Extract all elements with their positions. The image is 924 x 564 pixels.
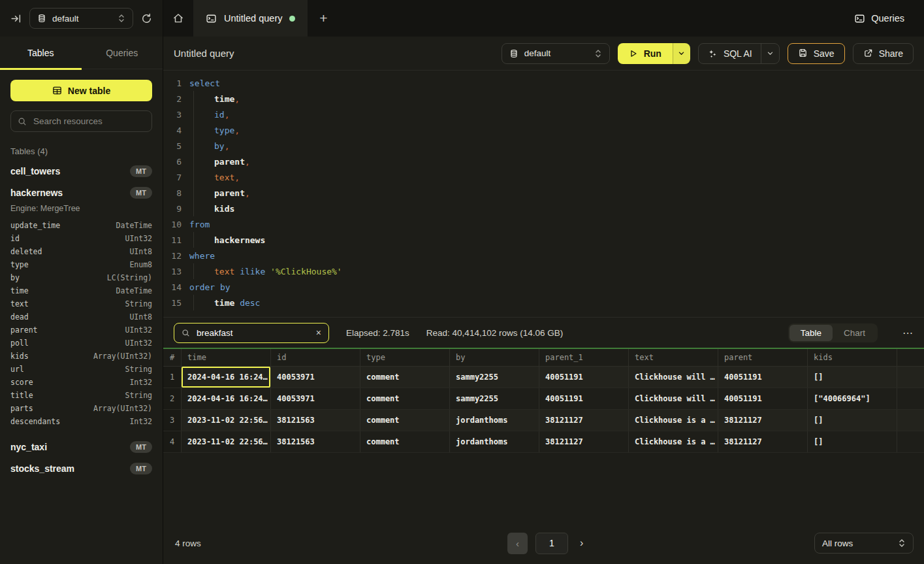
results-search-input[interactable] — [195, 327, 311, 339]
table-cell[interactable]: comment — [360, 410, 450, 431]
queries-button[interactable]: Queries — [835, 0, 924, 37]
table-cell[interactable]: ["40066964"] — [808, 388, 897, 409]
run-button[interactable]: Run — [618, 43, 673, 64]
editor-line[interactable]: 7text, — [163, 169, 924, 185]
editor-line[interactable]: 2time, — [163, 91, 924, 107]
editor-line[interactable]: 13text ilike '%ClickHouse%' — [163, 263, 924, 279]
token: from — [189, 220, 210, 229]
column-header-by[interactable]: by — [450, 349, 539, 366]
table-cell[interactable]: 38121127 — [718, 431, 808, 452]
editor-line[interactable]: 1select — [163, 75, 924, 91]
table-list-item[interactable]: nyc_taxiMT — [10, 436, 152, 457]
page-size-value: All rows — [822, 539, 853, 548]
tab-queries[interactable]: Queries — [82, 37, 163, 69]
column-header-time[interactable]: time — [182, 349, 271, 366]
table-cell[interactable]: 38121563 — [271, 410, 360, 431]
prev-page-button[interactable]: ‹ — [507, 533, 528, 554]
editor-line[interactable]: 3id, — [163, 107, 924, 122]
table-cell[interactable]: sammy2255 — [450, 367, 539, 388]
column-header-kids[interactable]: kids — [808, 349, 897, 366]
table-cell[interactable]: 38121127 — [539, 431, 629, 452]
table-cell[interactable]: 40051191 — [718, 367, 808, 388]
sql-ai-options-button[interactable] — [761, 44, 779, 63]
home-button[interactable] — [163, 0, 193, 37]
new-table-button[interactable]: New table — [10, 80, 152, 101]
column-header-parent[interactable]: parent — [718, 349, 808, 366]
table-list-item[interactable]: cell_towersMT — [10, 160, 152, 182]
table-cell[interactable]: 38121563 — [271, 431, 360, 452]
view-toggle-chart[interactable]: Chart — [833, 325, 876, 341]
table-cell[interactable]: [] — [808, 410, 897, 431]
line-number: 14 — [163, 282, 182, 292]
app-root: default Untitled query — [0, 0, 924, 564]
editor-line[interactable]: 4type, — [163, 122, 924, 138]
table-cell[interactable]: 40053971 — [271, 388, 360, 409]
run-options-button[interactable] — [673, 43, 690, 64]
editor-line[interactable]: 8parent, — [163, 185, 924, 201]
page-number-input[interactable]: 1 — [535, 533, 568, 554]
database-selector[interactable]: default — [29, 8, 133, 29]
terminal-icon — [206, 13, 217, 24]
collapse-sidebar-icon[interactable] — [10, 13, 22, 24]
table-cell[interactable]: Clickhouse will … — [629, 388, 718, 409]
table-cell[interactable]: 2024-04-16 16:24… — [182, 367, 271, 388]
editor-line[interactable]: 6parent, — [163, 154, 924, 169]
table-cell[interactable]: 40051191 — [539, 367, 629, 388]
table-cell[interactable]: jordanthoms — [450, 431, 539, 452]
editor-line[interactable]: 14order by — [163, 279, 924, 295]
table-cell[interactable]: 40051191 — [539, 388, 629, 409]
line-number: 11 — [163, 235, 182, 245]
sql-ai-button[interactable]: SQL AI — [699, 44, 761, 63]
table-cell[interactable]: [] — [808, 367, 897, 388]
code-line: time, — [189, 91, 240, 107]
table-cell[interactable]: comment — [360, 367, 450, 388]
editor-line[interactable]: 9kids — [163, 201, 924, 216]
save-button[interactable]: Save — [788, 43, 845, 64]
column-type: String — [125, 365, 152, 374]
table-cell[interactable]: [] — [808, 431, 897, 452]
table-cell[interactable]: 2023-11-02 22:56… — [182, 410, 271, 431]
column-header-id[interactable]: id — [271, 349, 360, 366]
new-tab-button[interactable]: + — [308, 0, 339, 37]
line-number: 13 — [163, 267, 182, 276]
code-line: where — [189, 248, 215, 263]
editor-line[interactable]: 11hackernews — [163, 232, 924, 248]
table-cell[interactable]: 38121127 — [718, 410, 808, 431]
editor-line[interactable]: 12where — [163, 248, 924, 263]
table-cell[interactable]: 2023-11-02 22:56… — [182, 431, 271, 452]
view-toggle: TableChart — [788, 323, 878, 342]
table-list-item[interactable]: hackernewsMT — [10, 182, 152, 203]
table-cell[interactable]: 40051191 — [718, 388, 808, 409]
column-header-parent_1[interactable]: parent_1 — [539, 349, 629, 366]
indent-guide — [193, 91, 214, 107]
tab-untitled-query[interactable]: Untitled query — [193, 0, 308, 37]
table-cell[interactable]: comment — [360, 388, 450, 409]
table-cell[interactable]: sammy2255 — [450, 388, 539, 409]
column-header-type[interactable]: type — [360, 349, 450, 366]
editor-line[interactable]: 15time desc — [163, 295, 924, 310]
table-cell[interactable]: jordanthoms — [450, 410, 539, 431]
table-cell[interactable]: 40053971 — [271, 367, 360, 388]
editor-line[interactable]: 10from — [163, 216, 924, 232]
more-options-icon[interactable]: ⋯ — [902, 327, 914, 339]
share-button[interactable]: Share — [853, 43, 914, 64]
table-list-item[interactable]: stocks_streamMT — [10, 457, 152, 479]
tab-tables[interactable]: Tables — [0, 37, 82, 69]
editor-line[interactable]: 5by, — [163, 138, 924, 154]
page-size-selector[interactable]: All rows — [814, 533, 914, 554]
table-cell[interactable]: Clickhouse is a … — [629, 431, 718, 452]
search-resources-input[interactable] — [32, 116, 145, 127]
sql-editor[interactable]: 1select2time,3id,4type,5by,6parent,7text… — [163, 71, 924, 317]
refresh-icon[interactable] — [141, 13, 152, 24]
table-cell[interactable]: Clickhouse is a … — [629, 410, 718, 431]
table-cell[interactable]: comment — [360, 431, 450, 452]
table-cell[interactable]: 38121127 — [539, 410, 629, 431]
clear-search-icon[interactable]: × — [316, 328, 321, 337]
query-database-selector[interactable]: default — [502, 43, 610, 64]
table-cell[interactable]: 2024-04-16 16:24… — [182, 388, 271, 409]
table-cell[interactable]: Clickhouse will … — [629, 367, 718, 388]
line-number: 2 — [163, 94, 182, 104]
column-header-text[interactable]: text — [629, 349, 718, 366]
view-toggle-table[interactable]: Table — [789, 325, 833, 341]
next-page-button[interactable]: › — [576, 537, 587, 549]
